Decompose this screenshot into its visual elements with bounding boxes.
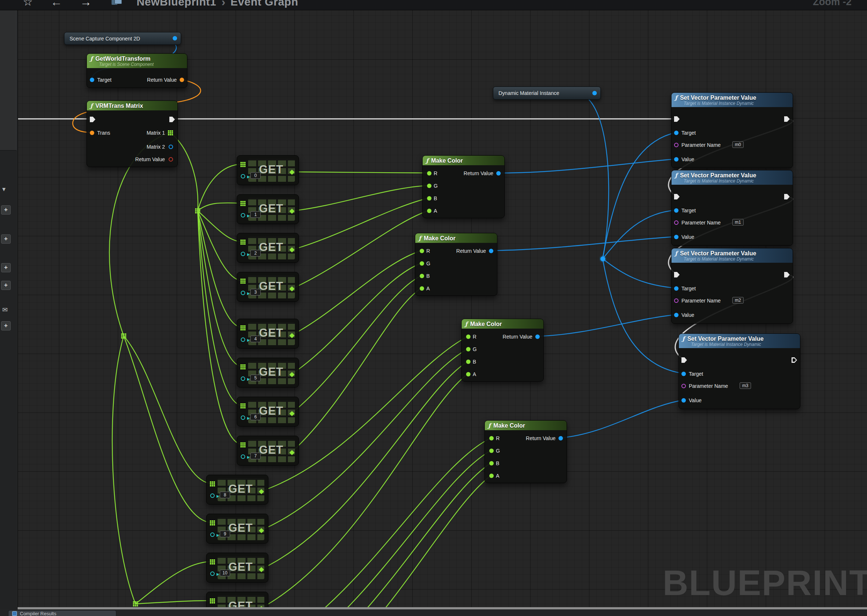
array-index-input[interactable]: 4 xyxy=(250,336,261,342)
array-get-node[interactable]: GET 4 xyxy=(237,319,299,349)
set-vector-parameter-node[interactable]: ƒSet Vector Parameter Value Target is Ma… xyxy=(671,248,793,324)
parameter-name-input[interactable]: m0 xyxy=(732,141,744,148)
mail-icon[interactable]: ✉ xyxy=(2,306,8,313)
parameter-name-input-pin[interactable] xyxy=(674,143,678,147)
set-vector-parameter-node[interactable]: ƒSet Vector Parameter Value Target is Ma… xyxy=(671,93,793,168)
exec-input-pin[interactable] xyxy=(674,116,680,122)
array-get-node[interactable]: GET 6 xyxy=(237,397,299,426)
b-input-pin[interactable] xyxy=(420,274,424,278)
reroute-node-1[interactable] xyxy=(195,208,200,214)
r-input-pin[interactable] xyxy=(427,171,431,176)
array-get-node[interactable]: GET 1 xyxy=(237,194,299,224)
array-get-node[interactable]: GET 7 xyxy=(237,436,299,465)
array-index-input[interactable]: 5 xyxy=(250,375,261,381)
target-input-pin[interactable] xyxy=(674,130,678,135)
back-arrow-icon[interactable]: ← xyxy=(50,0,62,8)
return-value-output-pin[interactable] xyxy=(168,157,173,162)
return-value-output-pin[interactable] xyxy=(489,249,493,253)
make-color-node[interactable]: ƒMake Color R Return Value G B A xyxy=(485,420,567,483)
matrix1-array-output-pin[interactable] xyxy=(168,130,173,135)
vrm-trans-matrix-node[interactable]: ƒVRMTrans Matrix Trans Matrix 1 Matrix 2… xyxy=(87,101,178,167)
chevron-down-icon[interactable]: ▾ xyxy=(2,186,6,192)
array-get-node[interactable]: GET 8 xyxy=(206,475,268,504)
reroute-node-blue[interactable] xyxy=(601,256,605,261)
g-input-pin[interactable] xyxy=(489,449,494,453)
exec-output-pin[interactable] xyxy=(784,116,790,122)
forward-arrow-icon[interactable]: → xyxy=(80,0,92,8)
breadcrumb-blueprint[interactable]: NewBlueprint1 xyxy=(137,0,217,8)
array-index-input[interactable]: 1 xyxy=(250,211,261,218)
return-value-output-pin[interactable] xyxy=(559,436,563,440)
exec-input-pin[interactable] xyxy=(674,272,680,277)
add-button-5[interactable]: + xyxy=(1,321,11,330)
r-input-pin[interactable] xyxy=(489,436,494,440)
parameter-name-input[interactable]: m3 xyxy=(740,382,751,389)
array-index-input[interactable]: 0 xyxy=(250,172,261,179)
g-input-pin[interactable] xyxy=(420,261,424,266)
b-input-pin[interactable] xyxy=(427,196,431,201)
target-input-pin[interactable] xyxy=(674,286,678,291)
reroute-node-2[interactable] xyxy=(121,333,126,339)
exec-output-pin[interactable] xyxy=(791,357,797,363)
target-input-pin[interactable] xyxy=(681,372,686,376)
array-index-input[interactable]: 3 xyxy=(250,289,261,295)
array-get-node[interactable]: GET 5 xyxy=(237,358,299,388)
array-get-node[interactable]: GET xyxy=(206,592,268,608)
dynamic-material-variable-node[interactable]: Dynamic Material Instance xyxy=(493,86,601,100)
return-value-output-pin[interactable] xyxy=(496,171,501,176)
object-output-pin[interactable] xyxy=(592,91,597,95)
r-input-pin[interactable] xyxy=(420,249,424,253)
target-input-pin[interactable] xyxy=(674,208,678,213)
array-get-node[interactable]: GET 9 xyxy=(206,514,268,544)
exec-output-pin[interactable] xyxy=(784,272,790,277)
get-world-transform-node[interactable]: ƒGetWorldTransform Target is Scene Compo… xyxy=(87,53,187,88)
r-input-pin[interactable] xyxy=(466,335,470,339)
array-index-input[interactable]: 10 xyxy=(220,570,230,576)
target-input-pin[interactable] xyxy=(90,78,94,82)
make-color-node[interactable]: ƒMake Color R Return Value G B A xyxy=(415,233,497,296)
array-index-input[interactable]: 6 xyxy=(250,413,261,420)
parameter-name-input-pin[interactable] xyxy=(674,299,678,303)
return-value-output-pin[interactable] xyxy=(179,78,184,82)
parameter-name-input[interactable]: m1 xyxy=(732,219,744,226)
value-input-pin[interactable] xyxy=(674,157,678,162)
tab-compiler-results[interactable]: Compiler Results xyxy=(8,610,116,616)
scene-capture-variable-node[interactable]: Scene Capture Component 2D xyxy=(64,32,181,45)
set-vector-parameter-node[interactable]: ƒSet Vector Parameter Value Target is Ma… xyxy=(671,170,793,246)
b-input-pin[interactable] xyxy=(466,360,470,364)
favorite-star-icon[interactable]: ☆ xyxy=(23,0,33,7)
parameter-name-input-pin[interactable] xyxy=(674,220,678,225)
exec-input-pin[interactable] xyxy=(674,194,680,200)
add-button-1[interactable]: + xyxy=(1,205,11,215)
breadcrumb-graph[interactable]: Event Graph xyxy=(230,0,298,8)
exec-output-pin[interactable] xyxy=(784,194,790,200)
object-output-pin[interactable] xyxy=(173,36,177,41)
set-vector-parameter-node[interactable]: ƒSet Vector Parameter Value Target is Ma… xyxy=(678,333,800,409)
array-get-node[interactable]: GET 10 xyxy=(206,553,268,583)
b-input-pin[interactable] xyxy=(489,461,494,465)
make-color-node[interactable]: ƒMake Color R Return Value G B A xyxy=(461,319,544,382)
add-button-2[interactable]: + xyxy=(1,234,11,244)
array-index-input[interactable]: 2 xyxy=(250,250,261,256)
event-graph-canvas[interactable]: BLUEPRINT xyxy=(18,10,867,608)
value-input-pin[interactable] xyxy=(681,398,686,402)
array-index-input[interactable]: 7 xyxy=(250,453,261,459)
a-input-pin[interactable] xyxy=(466,372,470,376)
a-input-pin[interactable] xyxy=(489,474,494,478)
exec-input-pin[interactable] xyxy=(90,117,95,122)
g-input-pin[interactable] xyxy=(466,347,470,351)
add-button-4[interactable]: + xyxy=(1,281,11,290)
array-index-input[interactable]: 8 xyxy=(220,492,230,498)
array-get-node[interactable]: GET 2 xyxy=(237,233,299,263)
exec-output-pin[interactable] xyxy=(169,117,175,122)
a-input-pin[interactable] xyxy=(427,209,431,213)
add-button-3[interactable]: + xyxy=(1,263,11,272)
reroute-node-3[interactable] xyxy=(133,601,138,607)
a-input-pin[interactable] xyxy=(420,286,424,291)
return-value-output-pin[interactable] xyxy=(535,335,540,339)
exec-input-pin[interactable] xyxy=(681,357,687,363)
matrix2-output-pin[interactable] xyxy=(168,145,173,149)
array-index-input[interactable]: 9 xyxy=(220,531,230,537)
parameter-name-input-pin[interactable] xyxy=(681,384,686,388)
make-color-node[interactable]: ƒMake Color R Return Value G B A xyxy=(422,155,505,218)
